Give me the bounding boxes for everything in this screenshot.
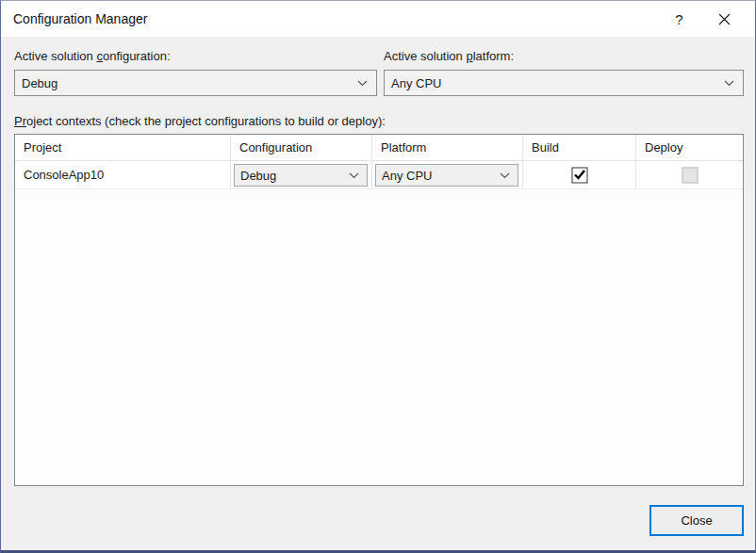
chevron-down-icon [500, 172, 510, 179]
window-title: Configuration Manager [13, 1, 147, 37]
deploy-checkbox [682, 167, 698, 183]
column-header-deploy[interactable]: Deploy [636, 135, 743, 160]
active-solution-platform-select[interactable]: Any CPU [384, 70, 744, 96]
close-icon [718, 13, 731, 25]
project-contexts-grid: Project Configuration Platform Build Dep… [14, 134, 744, 486]
active-solution-platform-label: Active solution platform: [384, 49, 514, 63]
grid-header-row: Project Configuration Platform Build Dep… [15, 135, 743, 161]
help-button[interactable]: ? [658, 1, 700, 37]
column-header-build[interactable]: Build [523, 135, 636, 160]
chevron-down-icon [349, 172, 359, 179]
project-name-cell: ConsoleApp10 [15, 161, 231, 188]
help-icon: ? [675, 11, 682, 27]
row-platform-cell: Any CPU [372, 161, 523, 188]
column-header-project[interactable]: Project [15, 135, 231, 160]
titlebar: Configuration Manager ? [1, 1, 755, 37]
chevron-down-icon [357, 80, 368, 87]
close-window-button[interactable] [703, 1, 746, 37]
active-solution-configuration-select[interactable]: Debug [14, 70, 377, 96]
configuration-manager-dialog: Configuration Manager ? Active solution … [0, 0, 756, 553]
column-header-platform[interactable]: Platform [372, 135, 523, 160]
row-deploy-cell [636, 161, 743, 188]
chevron-down-icon [724, 80, 734, 87]
row-platform-select[interactable]: Any CPU [375, 164, 518, 187]
table-row: ConsoleApp10 Debug Any CPU [15, 161, 743, 189]
close-button[interactable]: Close [649, 505, 744, 536]
column-header-configuration[interactable]: Configuration [231, 135, 372, 160]
project-contexts-label: Project contexts (check the project conf… [14, 114, 386, 128]
row-configuration-select[interactable]: Debug [234, 164, 368, 187]
build-checkbox[interactable] [571, 167, 587, 183]
active-solution-configuration-value: Debug [22, 76, 58, 90]
row-build-cell [523, 161, 636, 188]
check-icon [573, 170, 585, 181]
active-solution-platform-value: Any CPU [391, 76, 441, 90]
row-configuration-cell: Debug [231, 161, 372, 188]
active-solution-configuration-label: Active solution configuration: [14, 49, 171, 63]
